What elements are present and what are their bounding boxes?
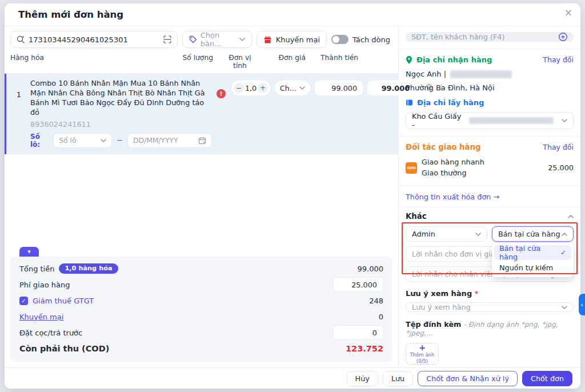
other-section-title: Khác (406, 212, 568, 221)
sale-channel-dropdown: Bán tại cửa hàng ✓ Nguồn tự kiếm (492, 243, 574, 277)
close-icon[interactable]: × (564, 8, 572, 18)
dropdown-option-self-source[interactable]: Nguồn tự kiếm (494, 260, 571, 275)
split-line-toggle[interactable] (331, 35, 348, 44)
unit-price-value: 99.000 (331, 84, 357, 93)
promotion-link[interactable]: Khuyến mại (19, 313, 63, 321)
cancel-button[interactable]: Hủy (347, 371, 378, 386)
warehouse-name: Kho Cầu Giấy - (412, 112, 465, 129)
page-title: Thêm mới đơn hàng (18, 9, 123, 20)
add-customer-icon[interactable] (558, 32, 568, 42)
check-icon: ✓ (560, 249, 566, 257)
shipping-value: 25.000 (351, 281, 377, 289)
attachments-label: Tệp đính kèm (406, 320, 461, 329)
option-label: Bán tại cửa hàng (499, 244, 560, 261)
col-product: Hàng hóa (10, 54, 174, 70)
date-field[interactable] (133, 137, 195, 145)
carrier-name: Giao hàng nhanh (422, 157, 543, 168)
col-quantity: Số lượng (179, 54, 218, 70)
chevron-down-icon (562, 119, 567, 122)
unit-select[interactable]: Ch... (275, 81, 310, 95)
modal-footer: Hủy Lưu Chốt đơn & Nhận xử lý Chốt đơn (5, 367, 580, 389)
pickup-address-header: Địa chỉ lấy hàng (406, 98, 574, 107)
table-select-label: Chọn bàn... (201, 31, 235, 48)
vat-checkbox[interactable]: ✓ (19, 297, 28, 305)
other-section-header[interactable]: Khác (399, 207, 580, 224)
pickup-address-title: Địa chỉ lấy hàng (417, 98, 484, 107)
confirm-button[interactable]: Chốt đơn (522, 371, 572, 386)
attachments-row: Tệp đính kèm - Định dạng ảnh *png, *jpg,… (406, 320, 574, 337)
confirm-process-button[interactable]: Chốt đơn & Nhận xử lý (418, 371, 518, 386)
sidebar-collapse-handle[interactable]: ‹ (579, 294, 585, 315)
plus-button[interactable]: + (258, 83, 268, 93)
deposit-label: Đặt cọc/trả trước (19, 329, 82, 337)
change-receive-address-link[interactable]: Thay đổi (543, 55, 574, 64)
table-header: Hàng hóa Số lượng Đơn vị tính Đơn giá Th… (5, 53, 398, 74)
summary-collapse-button[interactable]: ▼ (19, 247, 39, 257)
other-fields: Admin Bán tại cửa hàng Bán tại cửa hàng … (406, 226, 574, 282)
promotion-label: Khuyến mại (276, 35, 320, 44)
delivery-partner-title: Đối tác giao hàng (406, 143, 481, 151)
customer-region: Phường Ba Đình, Hà Nội (406, 83, 574, 92)
calendar-icon[interactable] (198, 137, 206, 145)
promotion-button[interactable]: Khuyến mại (257, 31, 327, 48)
barcode-scan-icon[interactable] (163, 35, 172, 44)
inspection-select[interactable]: Lưu ý xem hàng (406, 302, 574, 312)
split-line-label: Tách dòng (352, 35, 390, 44)
chevron-down-icon (299, 86, 305, 90)
image-counter: (0/5) (416, 358, 428, 364)
toolbar: Chọn bàn... Khuyến mại Tách dòng (5, 31, 398, 48)
vat-value: 248 (369, 297, 383, 305)
deposit-row: Đặt cọc/trả trước 0 (19, 325, 383, 341)
option-label: Nguồn tự kiếm (499, 263, 553, 272)
deposit-value: 0 (372, 329, 377, 337)
lot-row: Số lô: Số lô − (30, 133, 212, 149)
product-barcode: 8936024241611 (30, 120, 212, 129)
change-partner-link[interactable]: Thay đổi (543, 143, 574, 151)
chevron-down-icon (101, 139, 106, 142)
save-button[interactable]: Lưu (383, 371, 413, 386)
location-pin-icon (406, 56, 412, 64)
carrier-fee: 25.000 (548, 163, 574, 172)
unit-price-input[interactable]: 99.000 (315, 81, 363, 95)
total-row: Tổng tiền 1,0 hàng hóa 99.000 (19, 261, 383, 277)
chevron-up-icon (562, 233, 567, 236)
inspection-label-row: Lưu ý xem hàng * (406, 289, 574, 298)
chevron-up-icon (568, 215, 574, 218)
order-items-panel: Chọn bàn... Khuyến mại Tách dòng (5, 26, 399, 367)
invoice-info-link[interactable]: Thông tin xuất hóa đơn → (406, 193, 499, 201)
customer-search[interactable] (406, 32, 574, 42)
staff-channel-row: Admin Bán tại cửa hàng Bán tại cửa hàng … (406, 226, 574, 242)
lot-select[interactable]: Số lô (53, 133, 112, 148)
minus-button[interactable]: − (234, 83, 244, 93)
error-icon[interactable]: ! (217, 89, 226, 98)
promo-value: 0 (379, 313, 383, 321)
partner-row: GHN Giao hàng nhanh Giao thường 25.000 (406, 157, 574, 178)
cod-label: Còn phải thu (COD) (19, 344, 109, 353)
lot-placeholder: Số lô (59, 137, 76, 145)
col-amount: Thành tiền (315, 54, 363, 70)
inspection-placeholder: Lưu ý xem hàng (412, 303, 471, 311)
customer-name-line: Ngọc Anh | (406, 70, 574, 78)
col-unit: Đơn vị tính (222, 54, 258, 70)
dropdown-option-store[interactable]: Bán tại cửa hàng ✓ (494, 245, 571, 260)
table-row: 1 Combo 10 Bánh Nhân Mặn Mua 10 Bánh Nhâ… (5, 74, 398, 154)
expiry-date-input[interactable] (127, 133, 212, 148)
carrier-service: Giao thường (422, 168, 543, 179)
cod-row: Còn phải thu (COD) 123.752 (19, 341, 383, 357)
deposit-input[interactable]: 0 (333, 325, 383, 340)
unit-value: Ch... (280, 84, 296, 93)
search-input[interactable] (29, 35, 159, 44)
shipping-fee-input[interactable]: 25.000 (333, 277, 383, 292)
product-search[interactable] (10, 31, 178, 48)
shipping-label: Phí giao hàng (19, 281, 70, 289)
pickup-warehouse-select[interactable]: Kho Cầu Giấy - (406, 112, 574, 129)
add-image-button[interactable]: + Thêm ảnh (0/5) (406, 343, 439, 365)
staff-select[interactable]: Admin (406, 226, 487, 242)
quantity-stepper[interactable]: − 1,0 + (231, 81, 270, 95)
table-select[interactable]: Chọn bàn... (182, 31, 252, 48)
sale-channel-select[interactable]: Bán tại cửa hàng (492, 226, 574, 242)
add-image-label: Thêm ảnh (410, 352, 435, 358)
item-count-badge: 1,0 hàng hóa (59, 263, 118, 274)
delivery-partner-header: Đối tác giao hàng Thay đổi (406, 143, 574, 151)
customer-search-input[interactable] (411, 33, 554, 41)
